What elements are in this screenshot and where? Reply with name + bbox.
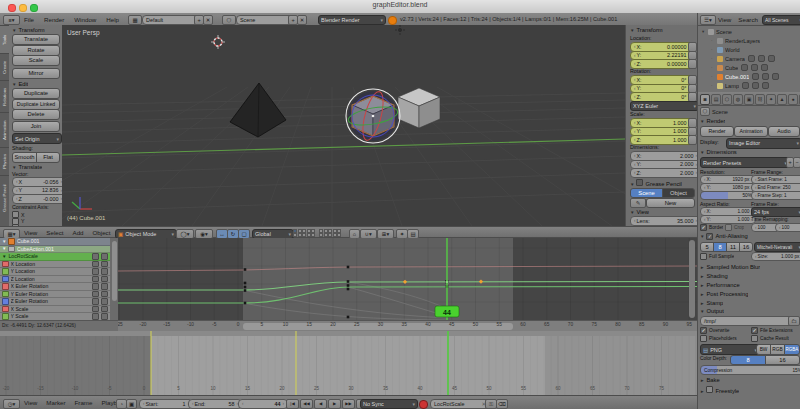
placeholders-checkbox[interactable]: Placeholders [700,335,737,342]
disclosure-triangle-icon[interactable]: · [711,74,715,79]
outliner-item-camera[interactable]: ·Camera [700,54,798,63]
editor-type-icon[interactable]: ◷▾ [3,399,20,409]
properties-tab-render[interactable]: ◙ [700,94,710,105]
editor-type-icon[interactable]: ≡▾ [3,15,20,25]
file-format-dropdown[interactable]: ▤PNG▾ [700,344,760,355]
render-animation-button[interactable]: Animation [734,126,768,137]
lock-icon[interactable]: ⌂ [349,229,360,239]
lock-icon[interactable] [101,313,108,320]
grease-pencil-header[interactable]: ▼Grease Pencil [630,179,682,187]
visibility-eye-icon[interactable] [741,64,748,71]
viewport-shading-icon[interactable]: ◯▾ [176,229,194,239]
channel-row-y-euler-rotation[interactable]: Y Euler Rotation [0,291,110,299]
play-reverse-button[interactable]: ◀ [314,399,327,409]
render-still-button[interactable]: Render [700,126,734,137]
speaker-icon[interactable] [92,283,99,290]
selectability-arrow-icon[interactable] [762,73,769,80]
menu-marker[interactable]: Marker [46,399,65,406]
speaker-icon[interactable] [92,268,99,275]
disclosure-triangle-icon[interactable]: · [711,56,715,61]
speaker-icon[interactable] [92,261,99,268]
scale-button[interactable]: Scale [12,55,60,66]
render-camera-icon[interactable] [762,82,769,89]
outliner-item-world[interactable]: ·World [700,45,798,54]
remap-new-field[interactable]: ‹100› [775,223,800,232]
render-camera-icon[interactable] [768,55,775,62]
output-path-field[interactable]: /tmp/ [700,316,794,326]
render-camera-icon[interactable] [761,64,768,71]
speaker-icon[interactable] [92,276,99,283]
lock-icon[interactable] [101,276,108,283]
lock-icon[interactable] [101,298,108,305]
menu-search[interactable]: Search [738,16,758,23]
disclosure-triangle-icon[interactable]: · [711,83,715,88]
properties-tab-object[interactable]: ▣ [744,94,754,105]
snap-magnet-icon[interactable]: ∪▾ [360,229,377,239]
layer-toggle[interactable] [298,233,302,237]
outliner-filter-dropdown[interactable]: All Scenes▾ [762,15,800,25]
channel-group-row[interactable]: ▼ LocRotScale [0,253,110,261]
mirror-button[interactable]: Mirror [12,68,60,79]
layer-toggle[interactable] [293,233,297,237]
pivot-center-icon[interactable]: ◉▾ [195,229,213,239]
delete-keyframe-icon[interactable]: ⌫ [496,399,508,409]
properties-tab-modifiers[interactable]: ✦ [766,94,776,105]
collapsed-panel-shading[interactable]: ►Shading [700,273,728,279]
preset-remove-icon[interactable]: − [793,157,800,168]
disclosure-triangle-icon[interactable]: · [711,47,715,52]
color-mode-bw-button[interactable]: BW [756,344,771,355]
outliner-item-lamp[interactable]: ·Lamp [700,81,798,90]
timeline-strip[interactable]: -20-15-10-505101520253035404550556065707… [0,331,697,395]
layer-toggle[interactable] [328,229,332,233]
frame-rate-dropdown[interactable]: 24 fps▾ [751,207,800,217]
gp-draw-icon[interactable]: ✎ [630,198,646,208]
shelf-tab-relations[interactable]: Relations [0,80,9,112]
rotation-mode-dropdown[interactable]: XYZ Euler▾ [630,101,698,111]
channel-action-row[interactable]: ▼ CubeAction.001 [0,246,110,254]
viewport-3d[interactable]: User Persp (44) Cube.001 [62,25,625,226]
properties-tab-data[interactable]: ▲ [777,94,787,105]
color-depth-16-button[interactable]: 16 [765,355,800,365]
lock-icon[interactable] [101,306,108,313]
aa-samples-11-button[interactable]: 11 [726,242,740,252]
scene-icon[interactable]: ⬡ [222,15,236,25]
render-camera-icon[interactable] [772,73,779,80]
color-mode-rgb-button[interactable]: RGB [770,344,785,355]
speaker-icon[interactable] [92,291,99,298]
collapsed-panel-stamp[interactable]: ►Stamp [700,300,723,306]
gp-scene-button[interactable]: Scene [630,188,663,198]
editor-type-icon[interactable]: ▦▾ [3,229,20,239]
aspect-y-field[interactable]: ‹Y:1.000› [700,215,756,224]
visibility-eye-icon[interactable] [748,55,755,62]
editor-type-icon[interactable]: ☰▾ [700,15,716,25]
aa-samples-16-button[interactable]: 16 [739,242,753,252]
channel-row-z-euler-rotation[interactable]: Z Euler Rotation [0,298,110,306]
dimension-z-field[interactable]: ‹Z:2.000› [630,168,698,178]
location-lock-icon[interactable] [688,59,697,69]
screen-layout-field[interactable]: Default [142,15,200,25]
layer-toggle[interactable] [319,229,323,233]
screen-layout-icon[interactable]: ▦ [128,15,142,25]
frame-step-field[interactable]: ‹Frame Step: 1› [751,191,800,200]
lock-icon[interactable] [101,291,108,298]
dimensions-panel-header[interactable]: ▼Dimensions [700,149,737,155]
expand-triangle-icon[interactable]: ▼ [2,254,6,259]
aa-size-field[interactable]: ‹Size:1.000 px› [751,252,800,261]
scene-field[interactable]: Scene [236,15,294,25]
lock-icon[interactable] [101,261,108,268]
channels-scrollbar[interactable] [110,238,118,320]
collapsed-panel-post-processing[interactable]: ►Post Processing [700,291,748,297]
menu-select[interactable]: Select [46,229,63,236]
transform-panel-header[interactable]: ▼Transform [12,27,45,33]
channel-row-x-scale[interactable]: X Scale [0,306,110,314]
lock-icon[interactable] [101,283,108,290]
menu-view[interactable]: View [24,399,37,406]
menu-view[interactable]: View [24,229,37,236]
shelf-tab-animation[interactable]: Animation [0,112,9,147]
properties-tab-world[interactable]: ◍ [733,94,743,105]
disclosure-triangle-icon[interactable]: ▾ [702,29,706,34]
output-panel-header[interactable]: ▼Output [700,308,724,314]
graph-vertical-scrollbar[interactable] [689,240,695,318]
channel-row-x-euler-rotation[interactable]: X Euler Rotation [0,283,110,291]
disclosure-triangle-icon[interactable]: · [711,65,715,70]
